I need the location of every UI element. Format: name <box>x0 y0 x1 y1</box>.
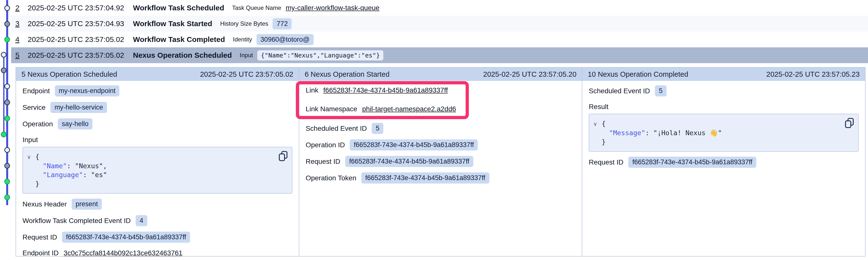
event-row-workflow-task-completed[interactable]: 4 2025-02-25 UTC 23:57:05.02 Workflow Ta… <box>11 32 868 47</box>
endpoint-badge: my-nexus-endpoint <box>55 85 120 97</box>
link-value-link[interactable]: f665283f-743e-4374-b45b-9a61a89337ff <box>323 86 448 94</box>
task-queue-link[interactable]: my-caller-workflow-task-queue <box>286 4 380 12</box>
field-label: Input <box>23 136 38 144</box>
event-dot-none <box>4 84 10 89</box>
event-attr-label: Task Queue Name <box>232 4 281 11</box>
field-label: Link <box>306 86 318 94</box>
request-id-badge: f665283f-743e-4374-b45b-9a61a89337ff <box>628 157 756 168</box>
operation-id-badge: f665283f-743e-4374-b45b-9a61a89337ff <box>350 139 478 150</box>
event-timestamp: 2025-02-25 UTC 23:57:04.93 <box>28 20 133 28</box>
event-id-link[interactable]: 2 <box>15 4 28 12</box>
event-dot-none <box>4 5 10 11</box>
field-link: Link f665283f-743e-4374-b45b-9a61a89337f… <box>306 85 576 95</box>
field-scheduled-event-id: Scheduled Event ID 5 <box>306 123 576 134</box>
panel-header: 10 Nexus Operation Completed 2025-02-25 … <box>582 68 865 81</box>
collapse-chevron-icon[interactable]: ∨ <box>27 153 35 161</box>
field-service: Service my-hello-service <box>23 102 292 113</box>
panel-title: 5 Nexus Operation Scheduled <box>22 70 117 78</box>
field-label: Endpoint ID <box>23 249 59 256</box>
event-id-link[interactable]: 5 <box>15 51 28 60</box>
panel-timestamp: 2025-02-25 UTC 23:57:05.20 <box>483 70 576 78</box>
field-label: Request ID <box>306 158 340 165</box>
event-input-badge: {"Name":"Nexus","Language":"es"} <box>257 50 383 61</box>
field-label: Operation <box>23 120 53 128</box>
link-namespace-link[interactable]: phil-target-namespace2.a2dd6 <box>362 105 456 113</box>
field-label: Result <box>589 103 608 111</box>
panel-body: Scheduled Event ID 5 Result ∨{ "Message"… <box>582 81 865 178</box>
service-badge: my-hello-service <box>51 102 107 113</box>
result-json-viewer: ∨{ "Message": "¡Hola! Nexus 👋" } <box>589 114 859 152</box>
event-dot-started <box>4 163 10 169</box>
panel-title: 10 Nexus Operation Completed <box>588 70 688 78</box>
scheduled-event-id-badge: 5 <box>655 85 666 97</box>
field-label: Request ID <box>23 233 57 241</box>
field-scheduled-event-id: Scheduled Event ID 5 <box>589 85 859 97</box>
field-label: Scheduled Event ID <box>306 124 367 133</box>
event-attr-label: Input <box>240 52 253 59</box>
event-id-link[interactable]: 4 <box>15 35 28 44</box>
wtc-event-id-badge: 4 <box>136 215 147 226</box>
code-line: } <box>593 138 841 146</box>
event-row-workflow-task-started[interactable]: 3 2025-02-25 UTC 23:57:04.93 Workflow Ta… <box>11 16 868 32</box>
field-label: Scheduled Event ID <box>589 87 650 95</box>
field-nexus-header: Nexus Header present <box>23 198 292 210</box>
panel-title: 6 Nexus Operation Started <box>305 70 390 78</box>
event-id-link[interactable]: 3 <box>15 20 28 28</box>
field-wtc-event-id: Workflow Task Completed Event ID 4 <box>23 215 292 226</box>
field-label: Operation Token <box>306 174 356 182</box>
field-endpoint-id: Endpoint ID 3c0c75ccfa8144b092c13ce63246… <box>23 248 292 256</box>
event-rows: 2 2025-02-25 UTC 23:57:04.92 Workflow Ta… <box>11 0 868 63</box>
panel-nexus-operation-completed: 10 Nexus Operation Completed 2025-02-25 … <box>582 68 865 256</box>
code-line: } <box>27 179 275 188</box>
operation-badge: say-hello <box>58 118 92 129</box>
event-dot-completed <box>4 116 10 121</box>
panel-body: Endpoint my-nexus-endpoint Service my-he… <box>16 81 299 256</box>
field-endpoint: Endpoint my-nexus-endpoint <box>23 85 292 97</box>
event-row-workflow-task-scheduled[interactable]: 2 2025-02-25 UTC 23:57:04.92 Workflow Ta… <box>11 0 868 16</box>
field-label: Nexus Header <box>23 200 67 208</box>
field-input-label: Input <box>23 135 292 145</box>
event-dot-completed <box>1 132 7 138</box>
event-dot-started <box>4 21 10 27</box>
panel-timestamp: 2025-02-25 UTC 23:57:05.02 <box>200 70 293 78</box>
event-name: Workflow Task Started <box>133 20 212 28</box>
request-id-badge: f665283f-743e-4374-b45b-9a61a89337ff <box>345 156 473 167</box>
field-request-id: Request ID f665283f-743e-4374-b45b-9a61a… <box>306 156 576 167</box>
request-id-badge: f665283f-743e-4374-b45b-9a61a89337ff <box>62 232 190 243</box>
copy-icon[interactable] <box>845 118 854 129</box>
copy-icon[interactable] <box>279 151 288 162</box>
field-label: Operation ID <box>306 141 345 149</box>
event-dot-completed <box>4 179 10 185</box>
temporal-event-history-page: { "icons": { "chevron_down": "∨", "copy"… <box>0 0 868 260</box>
event-attr-label: History Size Bytes <box>220 20 269 27</box>
panel-body: Link f665283f-743e-4374-b45b-9a61a89337f… <box>299 81 582 193</box>
input-json-viewer: ∨{ "Name": "Nexus", "Language": "es" } <box>23 147 292 194</box>
event-dot-started <box>1 68 7 73</box>
nexus-header-badge: present <box>72 198 102 210</box>
panel-nexus-operation-scheduled: 5 Nexus Operation Scheduled 2025-02-25 U… <box>16 68 299 256</box>
event-timestamp: 2025-02-25 UTC 23:57:04.92 <box>28 4 133 12</box>
code-line: "Language": "es" <box>27 171 275 179</box>
event-timeline-rail <box>0 0 11 260</box>
panel-header: 5 Nexus Operation Scheduled 2025-02-25 U… <box>16 68 299 81</box>
event-attr-label: Identity <box>233 36 252 43</box>
event-dot-completed <box>4 195 10 200</box>
field-operation-id: Operation ID f665283f-743e-4374-b45b-9a6… <box>306 139 576 150</box>
field-label: Endpoint <box>23 87 50 95</box>
endpoint-id-link[interactable]: 3c0c75ccfa8144b092c13ce632463761 <box>64 249 182 256</box>
code-line: ∨{ <box>27 152 275 161</box>
timeline-branch-line <box>3 55 4 135</box>
event-row-nexus-operation-scheduled[interactable]: 5 2025-02-25 UTC 23:57:05.02 Nexus Opera… <box>11 47 868 63</box>
event-dot-none <box>4 147 10 153</box>
field-operation: Operation say-hello <box>23 118 292 129</box>
event-name: Workflow Task Scheduled <box>133 4 224 12</box>
event-attr-value-badge: 772 <box>273 18 292 29</box>
collapse-chevron-icon[interactable]: ∨ <box>593 120 601 128</box>
event-name: Nexus Operation Scheduled <box>133 51 232 60</box>
field-label: Link Namespace <box>306 105 358 113</box>
code-line: "Message": "¡Hola! Nexus 👋" <box>593 128 841 138</box>
panel-nexus-operation-started: 6 Nexus Operation Started 2025-02-25 UTC… <box>299 68 583 256</box>
field-request-id: Request ID f665283f-743e-4374-b45b-9a61a… <box>23 232 292 243</box>
event-timestamp: 2025-02-25 UTC 23:57:05.02 <box>28 35 133 44</box>
field-label: Workflow Task Completed Event ID <box>23 217 131 225</box>
